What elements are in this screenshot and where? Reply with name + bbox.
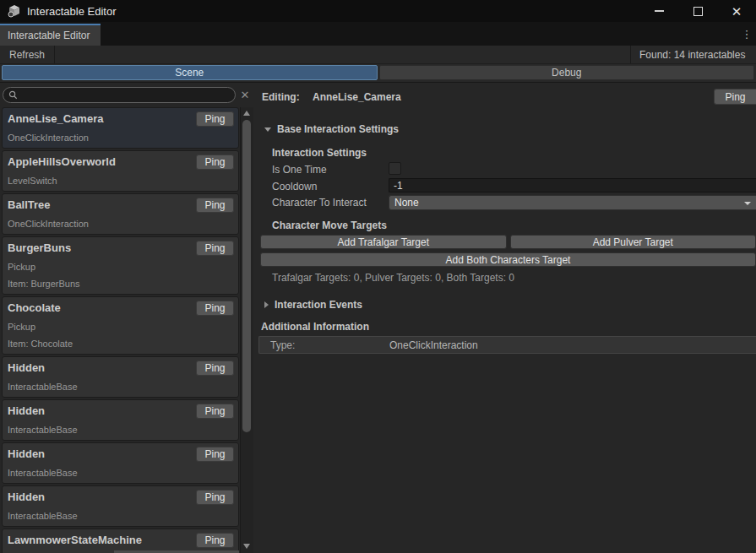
close-icon: ✕ [732,5,742,18]
add-both-characters-target-button[interactable]: Add Both Characters Target [260,252,756,267]
is-one-time-checkbox[interactable] [389,162,401,175]
app-cube-icon [8,4,21,18]
list-item[interactable]: Hidden Ping InteractableBase [2,485,239,527]
tab-scene[interactable]: Scene [2,65,378,80]
dropdown-selected-value: None [394,197,419,209]
item-subtitle: InteractableBase [8,467,233,479]
item-lines: InteractableBase [8,424,233,436]
tab-debug[interactable]: Debug [379,65,755,80]
window-titlebar: Interactable Editor ✕ [0,0,756,22]
editing-value: AnneLise_Camera [313,91,401,103]
window-title: Interactable Editor [27,5,117,18]
item-ping-button[interactable]: Ping [196,198,234,213]
item-ping-button[interactable]: Ping [196,361,234,376]
window-controls: ✕ [639,0,756,22]
item-ping-button[interactable]: Ping [196,155,234,170]
targets-summary: Trafalgar Targets: 0, Pulver Targets: 0,… [272,272,514,284]
list-item[interactable]: AppleHillsOverworld Ping LevelSwitch [2,150,239,192]
item-subtitle: OneClickInteraction [8,218,233,230]
maximize-button[interactable] [678,0,717,22]
item-subtitle: Item: Chocolate [8,338,233,350]
refresh-label: Refresh [9,49,45,61]
item-title: Hidden [8,446,193,462]
close-button[interactable]: ✕ [717,0,756,22]
foldout-events-label: Interaction Events [275,299,362,311]
tab-debug-label: Debug [552,67,581,79]
character-to-interact-label: Character To Interact [272,197,367,209]
maximize-icon [693,7,703,16]
section-character-move-targets: Character Move Targets [272,220,387,231]
item-ping-button[interactable]: Ping [196,447,234,462]
item-lines: PickupItem: BurgerBuns [8,261,233,290]
item-title: Hidden [8,360,193,376]
type-value: OneClickInteraction [389,339,478,351]
tab-menu-button[interactable]: ⋮ [740,22,753,46]
item-title: AppleHillsOverworld [8,154,193,170]
search-field[interactable] [3,87,236,103]
list-item[interactable]: BallTree Ping OneClickInteraction [2,193,239,235]
arrow-up-icon [243,111,250,116]
item-subtitle: Pickup [8,321,233,333]
item-title: AnneLise_Camera [8,111,193,127]
list-item[interactable]: LawnmowerStateMachine Ping OneClickInter… [2,529,239,553]
item-ping-button[interactable]: Ping [196,404,234,419]
list-item[interactable]: Hidden Ping InteractableBase [2,399,239,441]
item-ping-button[interactable]: Ping [196,533,234,548]
toolbar: Refresh Found: 14 interactables [0,46,756,64]
foldout-open-icon [264,127,271,132]
scroll-down-button[interactable] [243,544,250,549]
item-ping-button[interactable]: Ping [196,490,234,505]
interactable-list: AnneLise_Camera Ping OneClickInteraction… [0,107,240,553]
kebab-menu-icon: ⋮ [742,28,753,41]
search-clear-button[interactable]: ✕ [239,88,251,101]
dock-tab-interactable-editor[interactable]: Interactable Editor [0,24,101,46]
character-to-interact-dropdown[interactable]: None [389,195,756,210]
vertical-scrollbar[interactable] [240,107,253,553]
foldout-interaction-events[interactable]: Interaction Events [264,299,362,311]
cooldown-input[interactable] [389,178,756,192]
dock-tabbar: Interactable Editor ⋮ [0,22,756,46]
minimize-icon [655,10,664,12]
list-item[interactable]: BurgerBuns Ping PickupItem: BurgerBuns [2,236,239,295]
inspector-ping-button[interactable]: Ping [714,89,756,105]
item-lines: InteractableBase [8,510,233,522]
list-item[interactable]: Hidden Ping InteractableBase [2,442,239,484]
item-subtitle: OneClickInteraction [8,132,233,144]
list-item[interactable]: Chocolate Ping PickupItem: Chocolate [2,296,239,355]
tab-scene-label: Scene [175,67,204,79]
minimize-button[interactable] [639,0,678,22]
arrow-down-icon [243,544,250,549]
item-subtitle: Item: BurgerBuns [8,278,233,290]
item-title: Hidden [8,489,193,505]
inspector-panel: Editing: AnneLise_Camera Ping Base Inter… [253,83,756,553]
view-tabbar: Scene Debug [0,64,756,83]
foldout-base-interaction-settings[interactable]: Base Interaction Settings [264,123,399,135]
editing-label: Editing: [262,91,300,103]
item-ping-button[interactable]: Ping [196,301,234,316]
list-item[interactable]: Hidden Ping InteractableBase [2,356,239,398]
item-subtitle: InteractableBase [8,424,233,436]
target-buttons-row: Add Trafalgar Target Add Pulver Target [260,235,756,249]
foldout-base-label: Base Interaction Settings [277,123,399,135]
found-count-label: Found: 14 interactables [630,46,756,63]
item-title: Hidden [8,403,193,419]
item-title: BallTree [8,197,193,213]
dock-tab-label: Interactable Editor [8,30,90,41]
item-subtitle: InteractableBase [8,381,233,393]
list-item[interactable]: AnneLise_Camera Ping OneClickInteraction [2,107,239,149]
item-title: Chocolate [8,300,193,316]
scroll-up-button[interactable] [243,111,250,116]
add-trafalgar-target-button[interactable]: Add Trafalgar Target [260,235,507,249]
item-lines: InteractableBase [8,467,233,479]
item-ping-button[interactable]: Ping [196,111,234,127]
clear-x-icon: ✕ [241,89,250,101]
refresh-button[interactable]: Refresh [0,46,55,63]
search-input[interactable] [21,89,230,102]
item-lines: PickupItem: Chocolate [8,321,233,350]
item-ping-button[interactable]: Ping [196,241,234,256]
item-lines: OneClickInteraction [8,132,233,144]
item-subtitle: Pickup [8,261,233,273]
vertical-scrollbar-thumb[interactable] [242,120,251,432]
dropdown-arrow-icon [744,202,751,205]
add-pulver-target-button[interactable]: Add Pulver Target [510,235,756,249]
